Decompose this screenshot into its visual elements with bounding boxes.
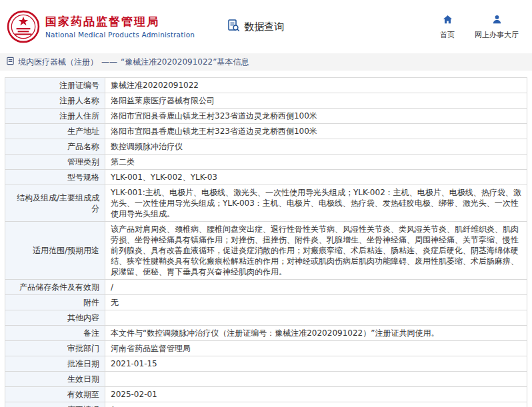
row-value: 2021-01-15 bbox=[105, 356, 527, 372]
row-value: 数控调频脉冲治疗仪 bbox=[105, 139, 527, 155]
breadcrumb-section[interactable]: 境内医疗器械（注册） bbox=[18, 57, 98, 68]
row-value: 洛阳益莱康医疗器械有限公司 bbox=[105, 93, 527, 109]
row-value: YLK-001:主机、电极片、电极线、激光头、一次性使用导光头组成；YLK-00… bbox=[105, 185, 527, 222]
row-value bbox=[105, 372, 527, 387]
row-value: 本文件与“数控调频脉冲治疗仪（注册证编号：豫械注准20202091022）”注册… bbox=[105, 326, 527, 341]
registration-info-table-wrap: 注册证编号 豫械注准20202091022 注册人名称 洛阳益莱康医疗器械有限公… bbox=[0, 71, 532, 407]
data-query-label: 数据查询 bbox=[244, 21, 284, 33]
home-icon bbox=[442, 14, 453, 27]
row-value: 豫械注准20202091022 bbox=[105, 78, 527, 93]
table-row: 其他内容 bbox=[5, 310, 527, 326]
row-value: / bbox=[105, 280, 527, 295]
table-row: 生产地址 洛阳市宜阳县香鹿山镇龙王村323省道边灵龙桥西侧100米 bbox=[5, 124, 527, 139]
row-label: 批准日期 bbox=[5, 356, 105, 372]
row-value: 洛阳市宜阳县香鹿山镇龙王村323省道边灵龙桥西侧100米 bbox=[105, 109, 527, 124]
row-label: 附件 bbox=[5, 295, 105, 310]
breadcrumb-separator: —— bbox=[101, 57, 117, 67]
row-value: 2025-02-01 bbox=[105, 387, 527, 402]
table-row: 型号规格 YLK-001、YLK-002、YLK-03 bbox=[5, 170, 527, 185]
row-label: 其他内容 bbox=[5, 310, 105, 326]
row-label: 适用范围/预期用途 bbox=[5, 222, 105, 280]
nav-service-hall-label: 网上办事大厅 bbox=[475, 30, 519, 40]
row-value: 洛阳市宜阳县香鹿山镇龙王村323省道边灵龙桥西侧100米 bbox=[105, 124, 527, 139]
row-label: 审批部门 bbox=[5, 341, 105, 356]
table-row: 生效日期 bbox=[5, 372, 527, 387]
table-row: 产品储存条件及有效期 / bbox=[5, 280, 527, 295]
row-value: 河南省药品监督管理局 bbox=[105, 341, 527, 356]
row-value: 第二类 bbox=[105, 155, 527, 170]
data-query-nav[interactable]: 数据查询 bbox=[227, 19, 284, 35]
table-row: 有效期至 2025-02-01 bbox=[5, 387, 527, 402]
row-label: 注册人名称 bbox=[5, 93, 105, 109]
row-label: 生产地址 bbox=[5, 124, 105, 139]
breadcrumb: 境内医疗器械（注册） —— “豫械注准20202091022”基本信息 bbox=[0, 53, 532, 71]
table-row: 适用范围/预期用途 该产品对肩周炎、颈椎病、腰椎间盘突出症、退行性骨性关节病、风… bbox=[5, 222, 527, 280]
row-label: 产品名称 bbox=[5, 139, 105, 155]
national-emblem-icon bbox=[7, 10, 40, 43]
page-header: 国家药品监督管理局 National Medical Products Admi… bbox=[0, 0, 532, 53]
row-label: 变更情况 bbox=[5, 402, 105, 407]
org-names: 国家药品监督管理局 National Medical Products Admi… bbox=[45, 15, 195, 39]
nav-service-hall[interactable]: 网上办事大厅 bbox=[475, 14, 519, 40]
row-label: 备注 bbox=[5, 326, 105, 341]
row-label: 管理类别 bbox=[5, 155, 105, 170]
row-value bbox=[105, 310, 527, 326]
table-row: 结构及组成/主要组成成分 YLK-001:主机、电极片、电极线、激光头、一次性使… bbox=[5, 185, 527, 222]
row-label: 结构及组成/主要组成成分 bbox=[5, 185, 105, 222]
table-row: 变更情况 / bbox=[5, 402, 527, 407]
row-label: 型号规格 bbox=[5, 170, 105, 185]
table-row: 管理类别 第二类 bbox=[5, 155, 527, 170]
breadcrumb-current: “豫械注准20202091022”基本信息 bbox=[121, 57, 249, 68]
brand: 国家药品监督管理局 National Medical Products Admi… bbox=[7, 10, 195, 43]
row-label: 产品储存条件及有效期 bbox=[5, 280, 105, 295]
table-row: 注册人住所 洛阳市宜阳县香鹿山镇龙王村323省道边灵龙桥西侧100米 bbox=[5, 109, 527, 124]
data-query-icon bbox=[227, 19, 240, 35]
org-name-cn: 国家药品监督管理局 bbox=[45, 15, 195, 28]
row-label: 生效日期 bbox=[5, 372, 105, 387]
nav-home[interactable]: 首页 bbox=[440, 14, 455, 40]
row-value: 该产品对肩周炎、颈椎病、腰椎间盘突出症、退行性骨性关节病、风湿性关节炎、类风湿关… bbox=[105, 222, 527, 280]
table-row: 备注 本文件与“数控调频脉冲治疗仪（注册证编号：豫械注准20202091022）… bbox=[5, 326, 527, 341]
row-value: 无 bbox=[105, 295, 527, 310]
row-value: / bbox=[105, 402, 527, 407]
table-row: 注册人名称 洛阳益莱康医疗器械有限公司 bbox=[5, 93, 527, 109]
row-label: 注册人住所 bbox=[5, 109, 105, 124]
table-row: 批准日期 2021-01-15 bbox=[5, 356, 527, 372]
table-row: 附件 无 bbox=[5, 295, 527, 310]
org-name-en: National Medical Products Administration bbox=[45, 31, 195, 39]
header-nav: 首页 网上办事大厅 bbox=[440, 14, 523, 40]
registration-info-table: 注册证编号 豫械注准20202091022 注册人名称 洛阳益莱康医疗器械有限公… bbox=[5, 77, 527, 407]
row-value: YLK-001、YLK-002、YLK-03 bbox=[105, 170, 527, 185]
row-label: 注册证编号 bbox=[5, 78, 105, 93]
nav-home-label: 首页 bbox=[440, 30, 455, 40]
table-row: 审批部门 河南省药品监督管理局 bbox=[5, 341, 527, 356]
row-label: 有效期至 bbox=[5, 387, 105, 402]
breadcrumb-icon bbox=[6, 57, 15, 67]
table-row: 注册证编号 豫械注准20202091022 bbox=[5, 78, 527, 93]
table-row: 产品名称 数控调频脉冲治疗仪 bbox=[5, 139, 527, 155]
person-icon bbox=[491, 14, 503, 27]
